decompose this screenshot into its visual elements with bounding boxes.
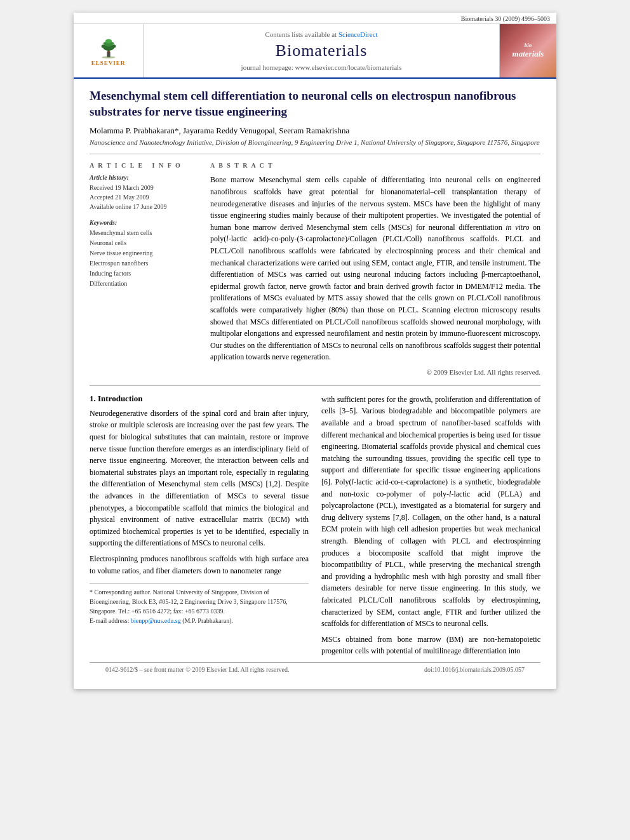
badge-bio: bio — [513, 42, 544, 50]
badge-materials: materials — [513, 49, 544, 60]
keywords-label: Keywords: — [90, 219, 198, 226]
accepted-date: Accepted 21 May 2009 — [90, 192, 198, 202]
footer-bar: 0142-9612/$ – see front matter © 2009 El… — [90, 662, 540, 676]
svg-point-7 — [112, 44, 116, 48]
sciencedirect-line: Contents lists available at ScienceDirec… — [265, 30, 377, 38]
elsevier-logo-area: ELSEVIER — [74, 24, 144, 77]
intro-p2: Electrospinning produces nanofibrous sca… — [90, 553, 309, 577]
journal-citation: Biomaterials 30 (2009) 4996–5003 — [461, 15, 550, 22]
intro-p1: Neurodegenerative disorders of the spina… — [90, 408, 309, 549]
article-authors: Molamma P. Prabhakaran*, Jayarama Reddy … — [90, 126, 540, 136]
received-date: Received 19 March 2009 — [90, 183, 198, 192]
footer-issn: 0142-9612/$ – see front matter © 2009 El… — [105, 666, 289, 673]
journal-top-bar: Biomaterials 30 (2009) 4996–5003 — [74, 13, 556, 24]
divider-2 — [90, 385, 540, 386]
article-info-col: A R T I C L E I N F O Article history: R… — [90, 162, 198, 376]
footnote-area: * Corresponding author. National Univers… — [90, 583, 309, 625]
svg-point-8 — [103, 42, 105, 44]
article-title: Mesenchymal stem cell differentiation to… — [90, 88, 540, 119]
svg-point-5 — [105, 39, 112, 43]
sciencedirect-link[interactable]: ScienceDirect — [338, 30, 378, 38]
journal-header: ELSEVIER Contents lists available at Sci… — [74, 24, 556, 79]
svg-point-6 — [101, 44, 104, 48]
available-date: Available online 17 June 2009 — [90, 202, 198, 211]
abstract-text: Bone marrow Mesenchymal stem cells capab… — [210, 174, 540, 363]
journal-header-center: Contents lists available at ScienceDirec… — [144, 24, 499, 77]
article-content: Mesenchymal stem cell differentiation to… — [74, 79, 556, 689]
article-page: Biomaterials 30 (2009) 4996–5003 — [74, 13, 556, 689]
elsevier-logo: ELSEVIER — [83, 34, 134, 69]
keyword-1: Mesenchymal stem cells — [90, 228, 198, 238]
svg-point-9 — [111, 42, 113, 44]
body-content: 1. Introduction Neurodegenerative disord… — [90, 394, 540, 662]
footer-doi: doi:10.1016/j.biomaterials.2009.05.057 — [424, 666, 525, 673]
copyright-line: © 2009 Elsevier Ltd. All rights reserved… — [210, 368, 540, 376]
keyword-5: Inducing factors — [90, 269, 198, 279]
divider-1 — [90, 154, 540, 154]
email-address[interactable]: bienpp@nus.edu.sg — [131, 617, 181, 624]
article-info-label: A R T I C L E I N F O — [90, 162, 198, 169]
abstract-paragraph: Bone marrow Mesenchymal stem cells capab… — [210, 174, 540, 363]
right-p1: with sufficient pores for the growth, pr… — [321, 394, 540, 630]
keyword-3: Nerve tissue engineering — [90, 248, 198, 258]
keyword-4: Electrospun nanofibers — [90, 258, 198, 269]
abstract-label: A B S T R A C T — [210, 162, 540, 169]
journal-homepage: journal homepage: www.elsevier.com/locat… — [241, 63, 402, 71]
svg-point-1 — [102, 56, 115, 58]
abstract-col: A B S T R A C T Bone marrow Mesenchymal … — [210, 162, 540, 376]
journal-name-heading: Biomaterials — [276, 41, 368, 60]
elsevier-wordmark: ELSEVIER — [91, 60, 126, 66]
intro-heading: 1. Introduction — [90, 394, 309, 404]
article-affiliation: Nanoscience and Nanotechnology Initiativ… — [90, 138, 540, 146]
article-info-abstract: A R T I C L E I N F O Article history: R… — [90, 162, 540, 376]
body-left-col: 1. Introduction Neurodegenerative disord… — [90, 394, 309, 662]
keyword-2: Neuronal cells — [90, 238, 198, 248]
keyword-6: Differentiation — [90, 279, 198, 289]
right-col-text: with sufficient pores for the growth, pr… — [321, 394, 540, 657]
email-label: E-mail address: — [90, 617, 129, 624]
email-person: (M.P. Prabhakaran). — [182, 617, 233, 624]
intro-paragraph-1: Neurodegenerative disorders of the spina… — [90, 408, 309, 577]
footnote-email: E-mail address: bienpp@nus.edu.sg (M.P. … — [90, 616, 309, 625]
article-history: Article history: Received 19 March 2009 … — [90, 174, 198, 211]
keywords-block: Keywords: Mesenchymal stem cells Neurona… — [90, 219, 198, 289]
history-label: Article history: — [90, 174, 198, 181]
footnote-corresponding: * Corresponding author. National Univers… — [90, 587, 309, 616]
body-right-col: with sufficient pores for the growth, pr… — [321, 394, 540, 662]
right-p2: MSCs obtained from bone marrow (BM) are … — [321, 634, 540, 657]
elsevier-tree-icon — [93, 36, 124, 58]
journal-badge: bio materials — [499, 24, 556, 77]
journal-logo-badge: bio materials — [513, 42, 544, 60]
